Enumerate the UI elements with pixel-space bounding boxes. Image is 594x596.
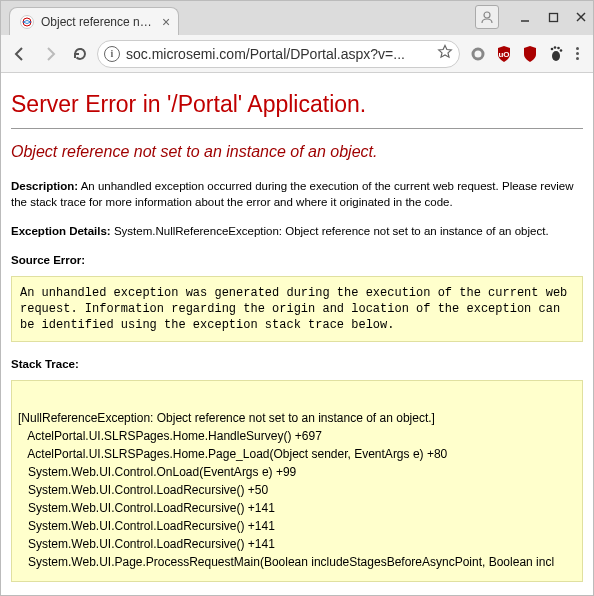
svg-point-10 bbox=[554, 46, 557, 49]
bookmark-star-icon[interactable] bbox=[437, 44, 453, 63]
svg-point-8 bbox=[552, 51, 560, 61]
error-title: Server Error in '/Portal' Application. bbox=[11, 91, 583, 118]
svg-point-11 bbox=[557, 46, 560, 49]
browser-tab[interactable]: Object reference not s × bbox=[9, 7, 179, 35]
svg-point-9 bbox=[551, 47, 554, 50]
forward-button[interactable] bbox=[37, 41, 63, 67]
source-error-box: An unhandled exception was generated dur… bbox=[11, 276, 583, 343]
exception-paragraph: Exception Details: System.NullReferenceE… bbox=[11, 224, 583, 240]
window-maximize-button[interactable] bbox=[545, 9, 561, 25]
shield-icon[interactable] bbox=[520, 44, 540, 64]
favicon-icon bbox=[20, 15, 34, 29]
svg-rect-3 bbox=[549, 13, 557, 21]
description-text: An unhandled exception occurred during t… bbox=[11, 180, 574, 208]
browser-menu-button[interactable] bbox=[572, 43, 583, 64]
source-error-label: Source Error: bbox=[11, 254, 583, 266]
window-titlebar: Object reference not s × bbox=[1, 1, 593, 35]
description-label: Description: bbox=[11, 180, 78, 192]
exception-label: Exception Details: bbox=[11, 225, 111, 237]
window-minimize-button[interactable] bbox=[517, 9, 533, 25]
back-button[interactable] bbox=[7, 41, 33, 67]
browser-toolbar: i soc.microsemi.com/Portal/DPortal.aspx?… bbox=[1, 35, 593, 73]
extension-grey-icon[interactable] bbox=[468, 44, 488, 64]
svg-point-6 bbox=[473, 49, 483, 59]
svg-point-12 bbox=[560, 49, 563, 52]
svg-point-0 bbox=[23, 18, 31, 26]
svg-point-1 bbox=[484, 12, 490, 18]
reload-button[interactable] bbox=[67, 41, 93, 67]
user-profile-button[interactable] bbox=[475, 5, 499, 29]
extensions-area: uO bbox=[464, 43, 587, 64]
stack-trace-box: [NullReferenceException: Object referenc… bbox=[11, 380, 583, 582]
tab-title: Object reference not s bbox=[41, 15, 156, 29]
window-controls bbox=[475, 5, 589, 29]
url-text: soc.microsemi.com/Portal/DPortal.aspx?v=… bbox=[126, 46, 431, 62]
window-close-button[interactable] bbox=[573, 9, 589, 25]
exception-text: System.NullReferenceException: Object re… bbox=[114, 225, 549, 237]
address-bar[interactable]: i soc.microsemi.com/Portal/DPortal.aspx?… bbox=[97, 40, 460, 68]
gnome-foot-icon[interactable] bbox=[546, 44, 566, 64]
page-content: Server Error in '/Portal' Application. O… bbox=[1, 73, 593, 596]
ublock-shield-icon[interactable]: uO bbox=[494, 44, 514, 64]
svg-text:uO: uO bbox=[498, 50, 509, 59]
description-paragraph: Description: An unhandled exception occu… bbox=[11, 179, 583, 210]
error-subtitle: Object reference not set to an instance … bbox=[11, 143, 583, 161]
tab-close-icon[interactable]: × bbox=[162, 15, 170, 29]
stack-trace-label: Stack Trace: bbox=[11, 358, 583, 370]
site-info-icon[interactable]: i bbox=[104, 46, 120, 62]
divider bbox=[11, 128, 583, 129]
